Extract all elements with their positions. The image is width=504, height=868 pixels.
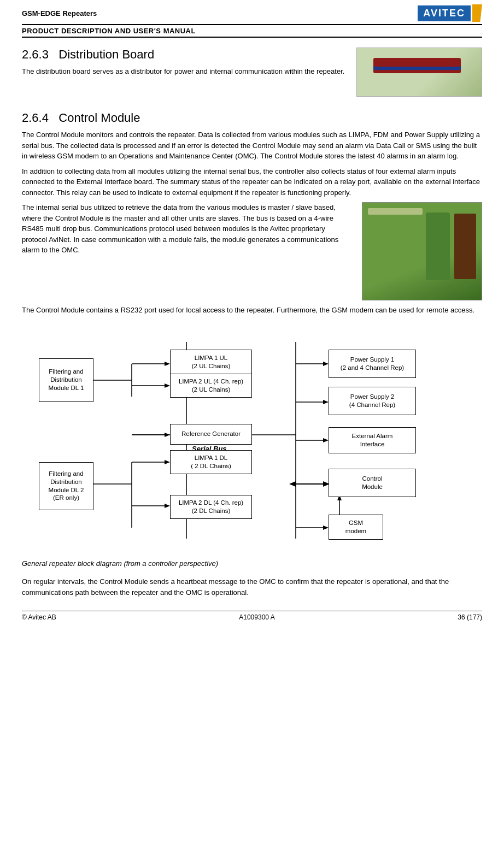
power-supply1-block: Power Supply 1 (2 and 4 Channel Rep) <box>329 350 416 378</box>
section-264-body1: The Control Module monitors and controls… <box>22 129 482 162</box>
filtering-dl1-block: Filtering and Distribution Module DL 1 <box>39 358 93 402</box>
limpa2ul-block: LIMPA 2 UL (4 Ch. rep) (2 UL Chains) <box>170 374 252 398</box>
control-module-block: Control Module <box>329 469 416 497</box>
svg-marker-18 <box>323 362 329 366</box>
section-264-body2: In addition to collecting data from all … <box>22 166 482 198</box>
limpa1ul-block: LIMPA 1 UL (2 UL Chains) <box>170 350 252 375</box>
diagram-caption: General repeater block diagram (from a c… <box>22 558 482 569</box>
page-header: GSM-EDGE Repeaters AVITEC <box>22 0 482 25</box>
svg-marker-20 <box>323 400 329 404</box>
svg-marker-25 <box>289 481 296 487</box>
section-264-part2: In addition to collecting data from all … <box>22 166 482 203</box>
distribution-board-image <box>356 48 482 97</box>
ref-gen-block: Reference Generator <box>170 424 252 445</box>
block-diagram-inner: Filtering and Distribution Module DL 1 F… <box>28 326 476 555</box>
svg-marker-27 <box>323 525 329 530</box>
ext-alarm-block: External Alarm Interface <box>329 427 416 453</box>
filtering-dl2-block: Filtering and Distribution Module DL 2 (… <box>39 462 93 510</box>
manual-subtitle: PRODUCT DESCRIPTION AND USER'S MANUAL <box>22 25 482 38</box>
section-264-heading: 2.6.4 Control Module <box>22 111 482 125</box>
logo-area: AVITEC <box>418 4 482 22</box>
footer-page: 36 (177) <box>458 613 482 621</box>
svg-marker-13 <box>165 504 170 508</box>
footer-doc-number: A1009300 A <box>239 613 274 621</box>
section-264-body4: The Control Module contains a RS232 port… <box>22 305 482 316</box>
svg-marker-22 <box>323 438 329 442</box>
svg-marker-5 <box>165 362 170 366</box>
section-264-part3: The internal serial bus utilized to retr… <box>22 202 482 305</box>
svg-marker-15 <box>165 433 170 437</box>
section-263: 2.6.3 Distribution Board The distributio… <box>22 48 482 101</box>
block-diagram: Filtering and Distribution Module DL 1 F… <box>22 326 482 555</box>
control-module-image <box>362 202 482 300</box>
section-264: 2.6.4 Control Module The Control Module … <box>22 111 482 316</box>
page-footer: © Avitec AB A1009300 A 36 (177) <box>22 611 482 621</box>
gsm-modem-block: GSM modem <box>329 515 383 540</box>
svg-marker-11 <box>165 460 170 464</box>
product-title: GSM-EDGE Repeaters <box>22 9 97 17</box>
logo-stripe <box>472 4 482 22</box>
avitec-logo: AVITEC <box>418 5 471 21</box>
closing-body1: On regular intervals, the Control Module… <box>22 576 482 598</box>
svg-marker-7 <box>165 383 170 388</box>
footer-copyright: © Avitec AB <box>22 613 56 621</box>
power-supply2-block: Power Supply 2 (4 Channel Rep) <box>329 387 416 415</box>
limpa2dl-block: LIMPA 2 DL (4 Ch. rep) (2 DL Chains) <box>170 495 252 519</box>
limpa1dl-block: LIMPA 1 DL ( 2 DL Chains) <box>170 450 252 474</box>
